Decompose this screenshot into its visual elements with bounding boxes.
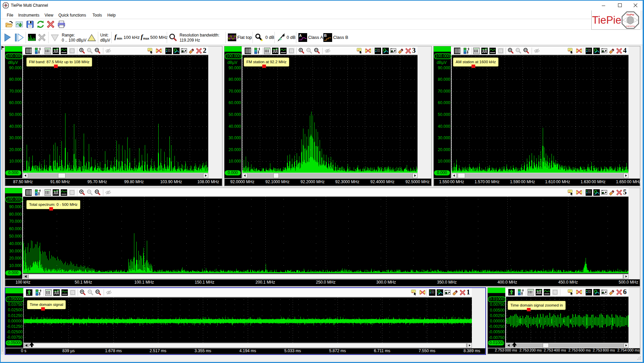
svg-text:TiePie: TiePie [626, 13, 635, 16]
svg-text:A: A [299, 33, 302, 38]
svg-text:Ch2: Ch2 [588, 192, 591, 194]
svg-text:Ch2: Ch2 [588, 291, 591, 293]
svg-text:Ch2: Ch2 [168, 50, 171, 52]
svg-text:engineering: engineering [626, 25, 635, 27]
svg-text:Ch2: Ch2 [377, 50, 380, 52]
svg-text:Ch2: Ch2 [431, 292, 434, 294]
svg-text:Ch2: Ch2 [588, 50, 591, 52]
svg-text:B: B [324, 33, 327, 38]
